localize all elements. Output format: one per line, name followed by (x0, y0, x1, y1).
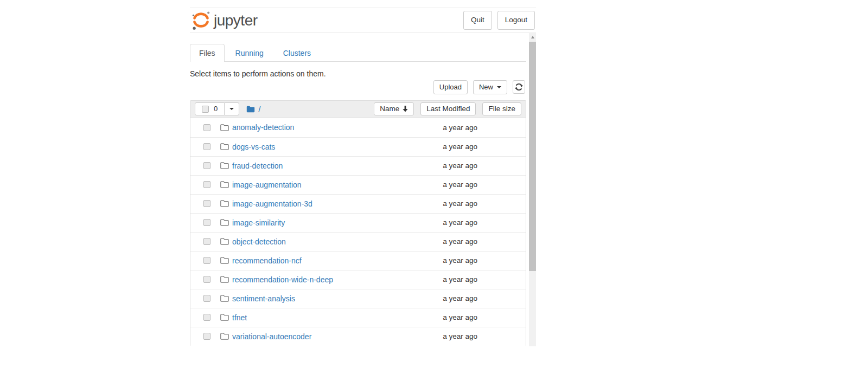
table-row: recommendation-wide-n-deep a year ago (190, 270, 526, 289)
row-name-link[interactable]: tfnet (232, 313, 247, 322)
sort-name-button[interactable]: Name (374, 102, 414, 115)
row-checkbox[interactable] (203, 162, 210, 169)
new-dropdown-button[interactable]: New (473, 80, 507, 94)
folder-icon (246, 106, 255, 113)
up-triangle-icon (531, 36, 534, 38)
upload-button[interactable]: Upload (433, 80, 468, 94)
file-list: 0 / Name (190, 100, 526, 346)
refresh-button[interactable] (513, 80, 525, 94)
folder-outline-icon (220, 238, 229, 245)
row-modified: a year ago (443, 275, 477, 283)
row-name-link[interactable]: recommendation-ncf (232, 256, 302, 265)
caret-down-icon (229, 108, 234, 110)
folder-outline-icon (220, 124, 229, 131)
row-checkbox[interactable] (203, 124, 210, 131)
refresh-icon (515, 83, 523, 91)
tab-clusters[interactable]: Clusters (275, 44, 320, 62)
row-modified: a year ago (443, 218, 477, 227)
row-checkbox[interactable] (203, 257, 210, 264)
row-checkbox[interactable] (203, 276, 210, 283)
vertical-scrollbar[interactable] (529, 33, 536, 346)
folder-outline-icon (220, 314, 229, 321)
table-row: variational-autoencoder a year ago (190, 327, 526, 346)
row-checkbox[interactable] (203, 314, 210, 321)
jupyter-logo[interactable]: jupyter (192, 10, 258, 30)
row-checkbox[interactable] (203, 143, 210, 150)
row-modified: a year ago (443, 124, 477, 132)
quit-button[interactable]: Quit (463, 11, 492, 29)
selected-count: 0 (214, 105, 218, 113)
select-all-button[interactable]: 0 (195, 102, 225, 115)
table-row: image-augmentation-3d a year ago (190, 194, 526, 213)
tab-bar: Files Running Clusters (190, 44, 526, 62)
row-checkbox[interactable] (203, 295, 210, 302)
table-row: object-detection a year ago (190, 232, 526, 251)
select-all-checkbox[interactable] (202, 106, 209, 113)
row-checkbox[interactable] (203, 333, 210, 340)
row-modified: a year ago (443, 237, 477, 246)
content-viewport: Files Running Clusters Select items to p… (190, 33, 526, 346)
file-list-body: anomaly-detection a year ago dogs-vs-cat… (190, 118, 526, 346)
sort-last-modified-button[interactable]: Last Modified (420, 102, 476, 115)
select-dropdown-button[interactable] (225, 102, 239, 115)
instruction-text: Select items to perform actions on them. (190, 69, 526, 78)
row-name-link[interactable]: object-detection (232, 237, 286, 246)
table-row: image-augmentation a year ago (190, 175, 526, 194)
folder-outline-icon (220, 333, 229, 340)
row-name-link[interactable]: anomaly-detection (232, 123, 294, 132)
table-row: recommendation-ncf a year ago (190, 251, 526, 270)
folder-outline-icon (220, 276, 229, 283)
row-modified: a year ago (443, 143, 477, 151)
row-modified: a year ago (443, 332, 477, 340)
tab-files[interactable]: Files (190, 44, 225, 62)
row-modified: a year ago (443, 313, 477, 321)
table-row: dogs-vs-cats a year ago (190, 137, 526, 156)
folder-outline-icon (220, 162, 229, 169)
breadcrumb[interactable]: / (258, 105, 260, 114)
file-list-header: 0 / Name (190, 101, 526, 118)
folder-outline-icon (220, 295, 229, 302)
row-name-link[interactable]: image-augmentation-3d (232, 199, 312, 208)
row-name-link[interactable]: dogs-vs-cats (232, 143, 275, 151)
tab-running[interactable]: Running (227, 44, 272, 62)
row-name-link[interactable]: sentiment-analysis (232, 294, 295, 303)
session-buttons: Quit Logout (463, 11, 535, 29)
scroll-up-arrow[interactable] (529, 33, 536, 41)
row-modified: a year ago (443, 199, 477, 208)
row-modified: a year ago (443, 180, 477, 189)
table-row: fraud-detection a year ago (190, 156, 526, 175)
arrow-down-icon (403, 106, 408, 112)
row-name-link[interactable]: image-augmentation (232, 180, 302, 189)
select-all-group: 0 (195, 102, 239, 115)
toolbar: Upload New (190, 80, 526, 94)
table-row: tfnet a year ago (190, 308, 526, 327)
scrollbar-thumb[interactable] (529, 42, 536, 271)
table-row: sentiment-analysis a year ago (190, 289, 526, 308)
row-name-link[interactable]: fraud-detection (232, 162, 283, 170)
row-name-link[interactable]: variational-autoencoder (232, 332, 311, 341)
row-checkbox[interactable] (203, 219, 210, 226)
caret-down-icon (497, 86, 501, 88)
row-checkbox[interactable] (203, 200, 210, 207)
sort-name-label: Name (380, 105, 399, 113)
row-modified: a year ago (443, 294, 477, 302)
jupyter-logo-icon (192, 10, 210, 30)
row-name-link[interactable]: image-similarity (232, 218, 285, 227)
logout-button[interactable]: Logout (497, 11, 535, 29)
row-modified: a year ago (443, 256, 477, 264)
row-checkbox[interactable] (203, 238, 210, 245)
new-dropdown-label: New (479, 83, 493, 92)
folder-outline-icon (220, 143, 229, 150)
table-row: image-similarity a year ago (190, 213, 526, 232)
folder-outline-icon (220, 200, 229, 207)
folder-outline-icon (220, 219, 229, 226)
table-row: anomaly-detection a year ago (190, 118, 526, 137)
jupyter-logo-text: jupyter (214, 13, 258, 28)
header: jupyter Quit Logout (190, 8, 536, 33)
folder-outline-icon (220, 181, 229, 188)
row-modified: a year ago (443, 162, 477, 170)
row-checkbox[interactable] (203, 181, 210, 188)
row-name-link[interactable]: recommendation-wide-n-deep (232, 275, 333, 284)
sort-file-size-button[interactable]: File size (482, 102, 521, 115)
folder-outline-icon (220, 257, 229, 264)
